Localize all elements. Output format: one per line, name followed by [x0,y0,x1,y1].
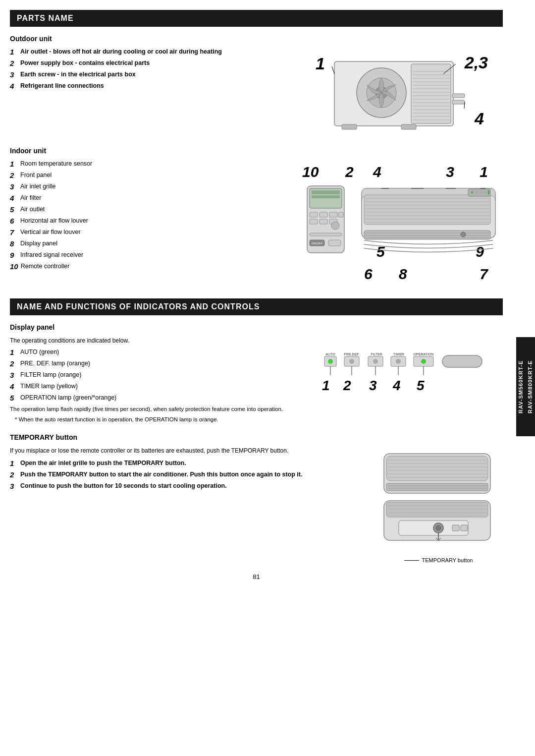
temporary-button-label-area: TEMPORARY button [404,557,473,563]
iu-label-2: 2 [345,164,354,180]
list-item: 1 Room temperature sensor [10,160,285,169]
functions-header: NAME AND FUNCTIONS OF INDICATORS AND CON… [10,298,503,315]
list-item: 9 Infrared signal receiver [10,251,285,260]
temporary-button-title: TEMPORARY button [10,433,503,441]
list-item: 2 Push the TEMPORARY button to start the… [10,470,364,479]
temporary-text: If you misplace or lose the remote contr… [10,446,364,563]
parts-name-section: PARTS NAME Outdoor unit 1 Air outlet - b… [10,10,503,289]
svg-rect-23 [452,100,465,104]
dp-body1: The operation lamp flash rapidly (five t… [10,405,305,413]
temporary-button-subsection: TEMPORARY button If you misplace or lose… [10,433,503,563]
display-panel-text: 1 AUTO (green) 2 PRE. DEF. lamp (orange)… [10,348,305,427]
list-item: 1 Open the air inlet grille to push the … [10,459,364,468]
svg-rect-39 [310,233,342,236]
iu-label-10: 10 [302,164,319,180]
svg-text:TIMER: TIMER [393,352,404,356]
temporary-button-drawing [379,451,498,555]
label-line [404,560,419,561]
svg-rect-36 [320,219,327,224]
svg-rect-90 [386,456,488,481]
svg-point-61 [484,191,486,193]
svg-text:ON/OFF: ON/OFF [312,242,323,245]
outdoor-unit-layout: 1 Air outlet - blows off hot air during … [10,48,503,137]
svg-rect-33 [329,212,337,217]
svg-rect-101 [386,502,488,517]
svg-text:FILTER: FILTER [371,352,382,356]
svg-point-82 [421,359,426,364]
indoor-unit-text: 1 Room temperature sensor 2 Front panel … [10,160,285,274]
page-number: 81 [10,573,503,581]
display-panel-layout: 1 AUTO (green) 2 PRE. DEF. lamp (orange)… [10,348,503,427]
list-item: 6 Horizontal air flow louver [10,217,285,226]
list-item: 4 TIMER lamp (yellow) [10,382,305,391]
list-item: 3 Continue to push the button for 10 sec… [10,482,364,491]
indoor-unit-layout: 1 Room temperature sensor 2 Front panel … [10,160,503,289]
outdoor-unit-text: 1 Air outlet - blows off hot air during … [10,48,285,93]
iu-label-3: 3 [446,164,454,180]
temporary-intro: If you misplace or lose the remote contr… [10,446,364,455]
content-area: PARTS NAME Outdoor unit 1 Air outlet - b… [10,10,525,581]
outdoor-unit-title: Outdoor unit [10,35,503,43]
temporary-list: 1 Open the air inlet grille to push the … [10,459,364,491]
temporary-image: TEMPORARY button [374,446,503,563]
svg-rect-31 [310,212,318,217]
svg-rect-108 [452,525,459,531]
display-panel-image: 1 2 3 4 5 AUTO PRE.DEF. FILTER TI [315,348,503,427]
list-item: 8 Display panel [10,239,285,248]
temporary-layout: If you misplace or lose the remote contr… [10,446,503,563]
list-item: 2 Power supply box - contains electrical… [10,59,285,68]
svg-rect-20 [342,124,357,129]
svg-rect-34 [338,212,343,217]
side-tab: RAV-SM560KRT-E RAV-SM800KRT-E [516,337,535,436]
list-item: 5 Air outlet [10,205,285,214]
svg-point-107 [436,525,441,530]
parts-name-header: PARTS NAME [10,10,503,27]
svg-rect-21 [401,124,416,129]
svg-point-78 [373,359,378,364]
outdoor-unit-subsection: Outdoor unit 1 Air outlet - blows off ho… [10,35,503,137]
svg-point-59 [476,191,478,193]
list-item: 4 Refrigerant line connections [10,82,285,91]
list-item: 3 FILTER lamp (orange) [10,371,305,380]
svg-rect-32 [320,212,327,217]
svg-point-60 [480,191,482,193]
display-panel-list: 1 AUTO (green) 2 PRE. DEF. lamp (orange)… [10,348,305,403]
iu-label-4: 4 [373,164,381,180]
svg-rect-62 [488,190,489,194]
svg-rect-97 [386,483,488,491]
dp-asterisk: * When the auto restart function is in o… [10,415,305,424]
functions-section: NAME AND FUNCTIONS OF INDICATORS AND CON… [10,298,503,563]
svg-rect-42 [328,240,341,246]
svg-point-80 [396,359,401,364]
list-item: 10 Remote controller [10,262,285,271]
list-item: 4 Air filter [10,194,285,203]
display-panel-intro: The operating conditions are indicated b… [10,336,503,345]
list-item: 1 AUTO (green) [10,348,305,357]
svg-rect-29 [312,190,340,194]
list-item: 3 Air inlet grille [10,182,285,191]
indoor-unit-subsection: Indoor unit 1 Room temperature sensor 2 … [10,147,503,289]
outdoor-unit-list: 1 Air outlet - blows off hot air during … [10,48,285,91]
list-item: 5 OPERATION lamp (green/*orange) [10,394,305,403]
svg-rect-35 [310,219,318,224]
svg-text:AUTO: AUTO [325,352,335,356]
display-panel-title: Display panel [10,323,503,331]
svg-point-76 [349,359,354,364]
svg-rect-44 [364,195,490,225]
list-item: 2 Front panel [10,171,285,180]
indoor-unit-list: 1 Room temperature sensor 2 Front panel … [10,160,285,271]
svg-point-63 [461,232,466,237]
list-item: 7 Vertical air flow louver [10,228,285,237]
temporary-button-label: TEMPORARY button [422,557,473,563]
list-item: 2 PRE. DEF. lamp (orange) [10,359,305,368]
svg-rect-83 [442,355,482,367]
svg-point-38 [331,222,339,230]
list-item: 1 Air outlet - blows off hot air during … [10,48,285,57]
indoor-unit-title: Indoor unit [10,147,503,155]
iu-label-1: 1 [480,164,488,180]
svg-text:OPERATION: OPERATION [414,352,434,356]
svg-rect-22 [452,94,465,98]
outdoor-unit-image: 1 2,3 4 [295,48,503,137]
svg-text:PRE.DEF.: PRE.DEF. [344,352,360,356]
display-panel-subsection: Display panel The operating conditions a… [10,323,503,427]
